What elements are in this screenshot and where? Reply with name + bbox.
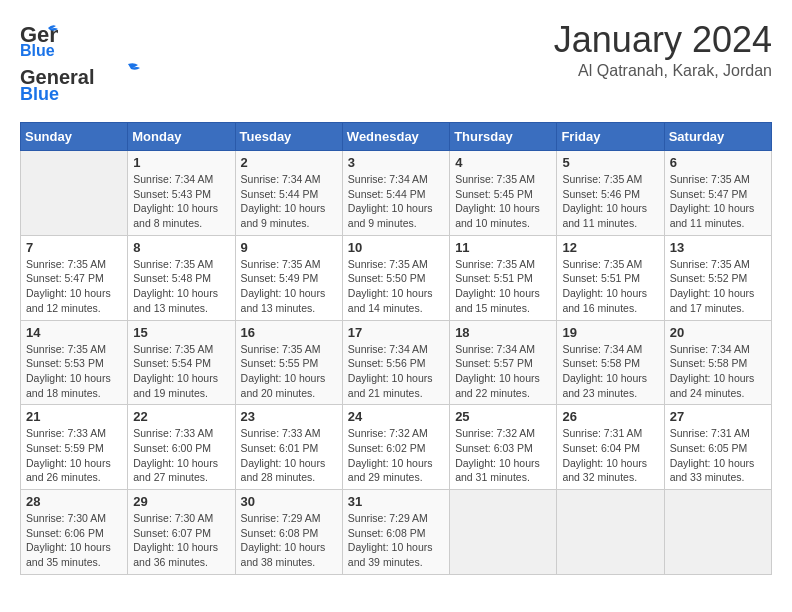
weekday-header-friday: Friday: [557, 123, 664, 151]
day-info: Sunrise: 7:29 AMSunset: 6:08 PMDaylight:…: [348, 511, 444, 570]
calendar-cell: 13Sunrise: 7:35 AMSunset: 5:52 PMDayligh…: [664, 235, 771, 320]
day-info: Sunrise: 7:32 AMSunset: 6:03 PMDaylight:…: [455, 426, 551, 485]
day-number: 7: [26, 240, 122, 255]
calendar-week-row: 28Sunrise: 7:30 AMSunset: 6:06 PMDayligh…: [21, 490, 772, 575]
calendar-table: SundayMondayTuesdayWednesdayThursdayFrid…: [20, 122, 772, 575]
day-number: 13: [670, 240, 766, 255]
calendar-cell: 28Sunrise: 7:30 AMSunset: 6:06 PMDayligh…: [21, 490, 128, 575]
day-info: Sunrise: 7:35 AMSunset: 5:49 PMDaylight:…: [241, 257, 337, 316]
svg-text:Blue: Blue: [20, 42, 55, 58]
day-info: Sunrise: 7:34 AMSunset: 5:58 PMDaylight:…: [670, 342, 766, 401]
day-number: 17: [348, 325, 444, 340]
day-info: Sunrise: 7:30 AMSunset: 6:07 PMDaylight:…: [133, 511, 229, 570]
day-info: Sunrise: 7:34 AMSunset: 5:44 PMDaylight:…: [241, 172, 337, 231]
day-number: 3: [348, 155, 444, 170]
day-info: Sunrise: 7:33 AMSunset: 6:00 PMDaylight:…: [133, 426, 229, 485]
day-number: 15: [133, 325, 229, 340]
logo: General Blue General Blue: [20, 20, 140, 106]
calendar-cell: 30Sunrise: 7:29 AMSunset: 6:08 PMDayligh…: [235, 490, 342, 575]
day-info: Sunrise: 7:31 AMSunset: 6:05 PMDaylight:…: [670, 426, 766, 485]
day-info: Sunrise: 7:33 AMSunset: 6:01 PMDaylight:…: [241, 426, 337, 485]
calendar-cell: 31Sunrise: 7:29 AMSunset: 6:08 PMDayligh…: [342, 490, 449, 575]
calendar-cell: 15Sunrise: 7:35 AMSunset: 5:54 PMDayligh…: [128, 320, 235, 405]
day-number: 28: [26, 494, 122, 509]
calendar-body: 1Sunrise: 7:34 AMSunset: 5:43 PMDaylight…: [21, 151, 772, 575]
day-info: Sunrise: 7:34 AMSunset: 5:43 PMDaylight:…: [133, 172, 229, 231]
day-number: 30: [241, 494, 337, 509]
calendar-cell: [450, 490, 557, 575]
calendar-cell: 27Sunrise: 7:31 AMSunset: 6:05 PMDayligh…: [664, 405, 771, 490]
month-title: January 2024: [554, 20, 772, 60]
title-block: January 2024 Al Qatranah, Karak, Jordan: [554, 20, 772, 80]
calendar-cell: 8Sunrise: 7:35 AMSunset: 5:48 PMDaylight…: [128, 235, 235, 320]
weekday-header-sunday: Sunday: [21, 123, 128, 151]
weekday-header-wednesday: Wednesday: [342, 123, 449, 151]
day-number: 16: [241, 325, 337, 340]
day-info: Sunrise: 7:35 AMSunset: 5:47 PMDaylight:…: [26, 257, 122, 316]
day-info: Sunrise: 7:35 AMSunset: 5:45 PMDaylight:…: [455, 172, 551, 231]
day-number: 5: [562, 155, 658, 170]
calendar-cell: 21Sunrise: 7:33 AMSunset: 5:59 PMDayligh…: [21, 405, 128, 490]
calendar-cell: 10Sunrise: 7:35 AMSunset: 5:50 PMDayligh…: [342, 235, 449, 320]
calendar-cell: 3Sunrise: 7:34 AMSunset: 5:44 PMDaylight…: [342, 151, 449, 236]
day-number: 12: [562, 240, 658, 255]
day-number: 25: [455, 409, 551, 424]
day-info: Sunrise: 7:29 AMSunset: 6:08 PMDaylight:…: [241, 511, 337, 570]
calendar-cell: 17Sunrise: 7:34 AMSunset: 5:56 PMDayligh…: [342, 320, 449, 405]
svg-text:Blue: Blue: [20, 84, 59, 102]
day-number: 18: [455, 325, 551, 340]
day-number: 9: [241, 240, 337, 255]
calendar-cell: 18Sunrise: 7:34 AMSunset: 5:57 PMDayligh…: [450, 320, 557, 405]
day-info: Sunrise: 7:34 AMSunset: 5:57 PMDaylight:…: [455, 342, 551, 401]
weekday-header-monday: Monday: [128, 123, 235, 151]
calendar-cell: 20Sunrise: 7:34 AMSunset: 5:58 PMDayligh…: [664, 320, 771, 405]
calendar-cell: 5Sunrise: 7:35 AMSunset: 5:46 PMDaylight…: [557, 151, 664, 236]
calendar-cell: 26Sunrise: 7:31 AMSunset: 6:04 PMDayligh…: [557, 405, 664, 490]
day-number: 23: [241, 409, 337, 424]
calendar-cell: [664, 490, 771, 575]
day-info: Sunrise: 7:35 AMSunset: 5:48 PMDaylight:…: [133, 257, 229, 316]
calendar-cell: 25Sunrise: 7:32 AMSunset: 6:03 PMDayligh…: [450, 405, 557, 490]
calendar-cell: 7Sunrise: 7:35 AMSunset: 5:47 PMDaylight…: [21, 235, 128, 320]
calendar-cell: 29Sunrise: 7:30 AMSunset: 6:07 PMDayligh…: [128, 490, 235, 575]
weekday-header-tuesday: Tuesday: [235, 123, 342, 151]
calendar-cell: 23Sunrise: 7:33 AMSunset: 6:01 PMDayligh…: [235, 405, 342, 490]
calendar-cell: 22Sunrise: 7:33 AMSunset: 6:00 PMDayligh…: [128, 405, 235, 490]
day-info: Sunrise: 7:35 AMSunset: 5:50 PMDaylight:…: [348, 257, 444, 316]
calendar-week-row: 14Sunrise: 7:35 AMSunset: 5:53 PMDayligh…: [21, 320, 772, 405]
calendar-cell: [21, 151, 128, 236]
day-number: 26: [562, 409, 658, 424]
day-number: 6: [670, 155, 766, 170]
weekday-header-row: SundayMondayTuesdayWednesdayThursdayFrid…: [21, 123, 772, 151]
day-info: Sunrise: 7:35 AMSunset: 5:51 PMDaylight:…: [455, 257, 551, 316]
day-info: Sunrise: 7:35 AMSunset: 5:55 PMDaylight:…: [241, 342, 337, 401]
calendar-week-row: 21Sunrise: 7:33 AMSunset: 5:59 PMDayligh…: [21, 405, 772, 490]
calendar-cell: 19Sunrise: 7:34 AMSunset: 5:58 PMDayligh…: [557, 320, 664, 405]
day-number: 24: [348, 409, 444, 424]
calendar-cell: 6Sunrise: 7:35 AMSunset: 5:47 PMDaylight…: [664, 151, 771, 236]
day-number: 22: [133, 409, 229, 424]
day-number: 14: [26, 325, 122, 340]
logo-icon: General Blue: [20, 20, 58, 58]
calendar-week-row: 1Sunrise: 7:34 AMSunset: 5:43 PMDaylight…: [21, 151, 772, 236]
calendar-cell: 12Sunrise: 7:35 AMSunset: 5:51 PMDayligh…: [557, 235, 664, 320]
calendar-cell: 1Sunrise: 7:34 AMSunset: 5:43 PMDaylight…: [128, 151, 235, 236]
day-info: Sunrise: 7:33 AMSunset: 5:59 PMDaylight:…: [26, 426, 122, 485]
day-number: 11: [455, 240, 551, 255]
day-number: 31: [348, 494, 444, 509]
page-header: General Blue General Blue January 2024 A…: [20, 20, 772, 106]
day-info: Sunrise: 7:35 AMSunset: 5:51 PMDaylight:…: [562, 257, 658, 316]
calendar-cell: 2Sunrise: 7:34 AMSunset: 5:44 PMDaylight…: [235, 151, 342, 236]
day-info: Sunrise: 7:35 AMSunset: 5:53 PMDaylight:…: [26, 342, 122, 401]
day-number: 1: [133, 155, 229, 170]
day-number: 2: [241, 155, 337, 170]
day-info: Sunrise: 7:32 AMSunset: 6:02 PMDaylight:…: [348, 426, 444, 485]
calendar-week-row: 7Sunrise: 7:35 AMSunset: 5:47 PMDaylight…: [21, 235, 772, 320]
calendar-cell: 24Sunrise: 7:32 AMSunset: 6:02 PMDayligh…: [342, 405, 449, 490]
calendar-cell: 16Sunrise: 7:35 AMSunset: 5:55 PMDayligh…: [235, 320, 342, 405]
day-number: 29: [133, 494, 229, 509]
calendar-cell: 4Sunrise: 7:35 AMSunset: 5:45 PMDaylight…: [450, 151, 557, 236]
day-info: Sunrise: 7:34 AMSunset: 5:56 PMDaylight:…: [348, 342, 444, 401]
day-number: 8: [133, 240, 229, 255]
day-info: Sunrise: 7:35 AMSunset: 5:52 PMDaylight:…: [670, 257, 766, 316]
